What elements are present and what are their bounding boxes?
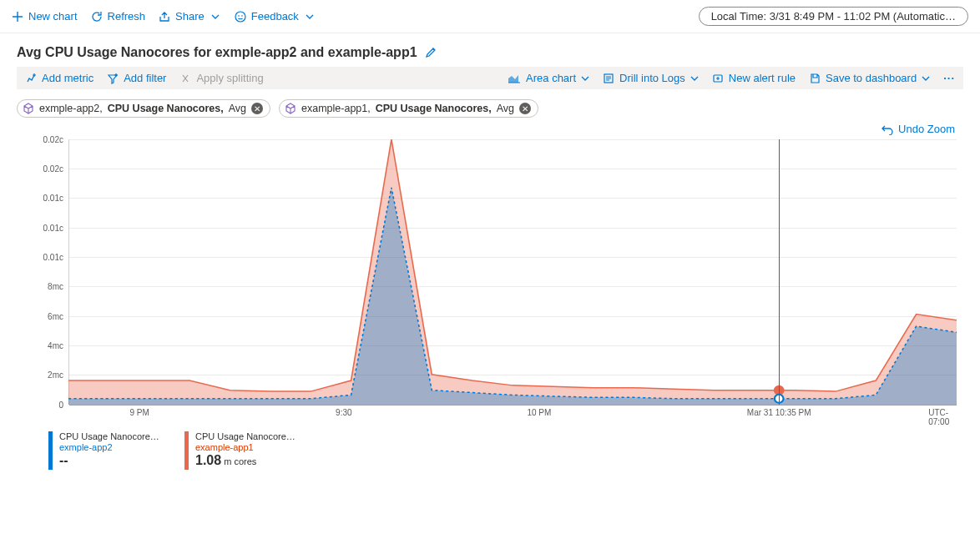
y-tick-label: 0.01c <box>43 223 63 232</box>
chevron-down-icon <box>304 11 316 23</box>
refresh-button[interactable]: Refresh <box>91 10 146 23</box>
metric-chip[interactable]: example-app1, CPU Usage Nanocores, Avg ✕ <box>279 99 538 118</box>
legend-item[interactable]: CPU Usage Nanocores … exmple-app2 -- <box>48 431 159 470</box>
chevron-down-icon <box>581 74 589 83</box>
new-alert-button[interactable]: New alert rule <box>712 72 796 84</box>
save-dashboard-button[interactable]: Save to dashboard <box>809 72 930 84</box>
share-icon <box>159 11 170 23</box>
drill-logs-label: Drill into Logs <box>619 72 685 84</box>
x-axis: 9 PM9:3010 PMMar 31 10:35 PMUTC-07:00 <box>68 406 957 423</box>
chart-title: Avg CPU Usage Nanocores for exmple-app2 … <box>17 45 417 60</box>
remove-chip-icon[interactable]: ✕ <box>519 103 531 114</box>
refresh-label: Refresh <box>108 10 146 23</box>
resource-icon <box>23 103 34 114</box>
new-alert-label: New alert rule <box>729 72 796 84</box>
legend-resource-name: exmple-app2 <box>59 442 159 452</box>
chevron-down-icon <box>922 74 930 83</box>
feedback-icon <box>235 11 246 23</box>
y-tick-label: 6mc <box>48 311 63 320</box>
y-tick-label: 0.02c <box>43 164 63 173</box>
time-range-pill[interactable]: Local Time: 3/31 8:49 PM - 11:02 PM (Aut… <box>699 7 968 26</box>
legend-series-name: CPU Usage Nanocores … <box>195 431 296 441</box>
legend-resource-name: example-app1 <box>195 442 296 452</box>
save-dashboard-label: Save to dashboard <box>826 72 917 84</box>
y-tick-label: 0.01c <box>43 194 63 203</box>
y-tick-label: 2mc <box>48 370 63 380</box>
chip-metric: CPU Usage Nanocores, <box>376 103 492 114</box>
legend-value: -- <box>59 453 159 468</box>
chart-plot <box>68 139 957 405</box>
y-tick-label: 0.02c <box>43 134 63 144</box>
metric-chips-row: exmple-app2, CPU Usage Nanocores, Avg ✕ … <box>0 89 980 123</box>
resource-icon <box>285 103 296 114</box>
chart-legend: CPU Usage Nanocores … exmple-app2 -- CPU… <box>48 431 980 470</box>
metric-toolbar: Add metric Add filter Apply splitting Ar… <box>17 67 963 89</box>
svg-point-0 <box>235 12 245 22</box>
more-actions-button[interactable]: ··· <box>943 72 955 84</box>
svg-point-1 <box>238 15 240 17</box>
logs-icon <box>603 73 614 84</box>
chip-agg: Avg <box>497 103 514 114</box>
x-tick-label: 9:30 <box>336 408 351 417</box>
split-icon <box>179 73 191 84</box>
y-tick-label: 4mc <box>48 340 63 350</box>
undo-zoom-button[interactable]: Undo Zoom <box>881 123 955 135</box>
undo-zoom-label: Undo Zoom <box>898 123 955 135</box>
chip-agg: Avg <box>229 103 246 114</box>
y-tick-label: 0.01c <box>43 252 63 261</box>
top-toolbar: New chart Refresh Share Feedback Local T… <box>0 0 980 33</box>
chip-metric: CPU Usage Nanocores, <box>108 103 224 114</box>
x-tick-label: UTC-07:00 <box>928 408 949 426</box>
refresh-icon <box>91 11 103 23</box>
chart-cursor-line <box>779 139 780 405</box>
chip-resource: exmple-app2, <box>39 103 103 114</box>
undo-icon <box>881 123 893 135</box>
alert-icon <box>712 73 724 84</box>
legend-value: 1.08 m cores <box>195 453 296 468</box>
area-chart-icon <box>508 73 521 83</box>
metric-chip[interactable]: exmple-app2, CPU Usage Nanocores, Avg ✕ <box>17 99 270 118</box>
chart-title-row: Avg CPU Usage Nanocores for exmple-app2 … <box>0 33 980 67</box>
feedback-button[interactable]: Feedback <box>235 10 316 23</box>
y-tick-label: 0 <box>58 400 63 409</box>
x-tick-label: 9 PM <box>129 408 149 417</box>
chevron-down-icon <box>690 74 699 83</box>
remove-chip-icon[interactable]: ✕ <box>251 103 263 114</box>
share-label: Share <box>175 10 205 23</box>
add-filter-label: Add filter <box>124 72 166 84</box>
svg-point-2 <box>241 15 243 17</box>
add-metric-button[interactable]: Add metric <box>25 72 93 84</box>
legend-color-bar <box>184 431 189 470</box>
chart-type-button[interactable]: Area chart <box>508 72 589 84</box>
apply-splitting-label: Apply splitting <box>196 72 263 84</box>
drill-logs-button[interactable]: Drill into Logs <box>603 72 699 84</box>
legend-series-name: CPU Usage Nanocores … <box>59 431 159 441</box>
chart-area[interactable]: 0.02c0.02c0.01c0.01c0.01c8mc6mc4mc2mc0 9… <box>17 139 963 423</box>
x-tick-label: 10 PM <box>527 408 551 417</box>
feedback-label: Feedback <box>251 10 299 23</box>
y-tick-label: 8mc <box>48 282 63 291</box>
save-icon <box>809 73 821 84</box>
chip-resource: example-app1, <box>301 103 371 114</box>
add-metric-label: Add metric <box>42 72 93 84</box>
add-metric-icon <box>25 73 37 84</box>
apply-splitting-button: Apply splitting <box>179 72 263 84</box>
y-axis: 0.02c0.02c0.01c0.01c0.01c8mc6mc4mc2mc0 <box>17 139 68 405</box>
legend-item[interactable]: CPU Usage Nanocores … example-app1 1.08 … <box>184 431 296 470</box>
edit-title-icon[interactable] <box>424 46 437 59</box>
plus-icon <box>12 11 23 23</box>
filter-icon <box>107 73 119 84</box>
share-button[interactable]: Share <box>159 10 221 23</box>
new-chart-button[interactable]: New chart <box>12 10 78 23</box>
chevron-down-icon <box>210 11 221 23</box>
chart-type-label: Area chart <box>526 72 576 84</box>
legend-color-bar <box>48 431 53 470</box>
new-chart-label: New chart <box>28 10 78 23</box>
add-filter-button[interactable]: Add filter <box>107 72 166 84</box>
x-tick-label: Mar 31 10:35 PM <box>747 408 811 417</box>
